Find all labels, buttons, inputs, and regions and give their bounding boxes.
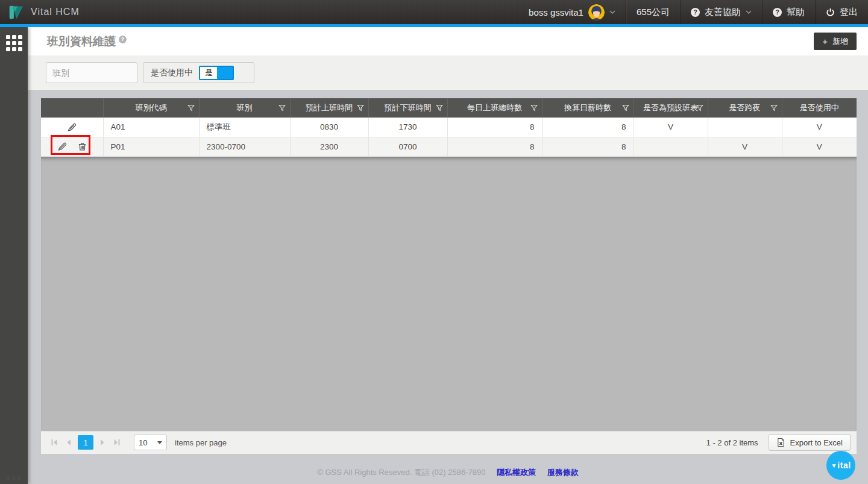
column-label: 班別代碼 [136,103,167,112]
column-label: 換算日薪時數 [564,103,611,112]
column-label: 班別 [237,103,253,112]
accent-bar [0,24,868,27]
cell-is-active: V [782,137,857,156]
filter-icon[interactable] [770,104,778,113]
toggle-handle [217,67,233,79]
edit-button[interactable] [66,122,77,133]
class-filter-input[interactable] [46,62,137,83]
vital-fab-text: ital [837,460,851,470]
cell-end-time: 1730 [368,118,447,137]
column-header-is-active[interactable]: 是否使用中 [782,98,857,118]
active-toggle[interactable]: 是 [199,66,234,80]
help-label: 幫助 [787,7,805,18]
cell-salary-hours: 8 [542,137,634,156]
column-label: 預計下班時間 [385,103,432,112]
company-label: 655公司 [637,7,670,18]
cell-end-time: 0700 [368,137,447,156]
column-header-salary-hours[interactable]: 換算日薪時數 [542,98,634,118]
user-name: boss gssvita1 [529,7,583,17]
cell-start-time: 2300 [290,137,368,156]
user-menu[interactable]: boss gssvita1 [518,0,626,24]
prev-page-button[interactable] [61,435,76,450]
filter-icon[interactable] [436,104,443,113]
logout-button[interactable]: 登出 [815,0,868,24]
grid-empty-area [41,157,857,431]
filter-icon[interactable] [622,104,629,113]
edit-button[interactable] [57,141,68,152]
cell-is-default: V [634,118,708,137]
logout-label: 登出 [840,7,858,18]
column-header-end-time[interactable]: 預計下班時間 [368,98,447,118]
pager: 1 10 items per page 1 - 2 of 2 items Exp… [41,431,857,454]
cell-daily-hours: 8 [447,118,542,137]
column-header-class-code[interactable]: 班別代碼 [103,98,199,118]
filter-icon[interactable] [357,104,364,113]
brand-text: Vital HCM [31,7,80,17]
filter-icon[interactable] [530,104,538,113]
add-button[interactable]: + 新增 [814,33,857,50]
chevron-down-icon [609,10,615,14]
column-label: 預計上班時間 [306,103,353,112]
question-icon: ? [691,8,700,17]
friendly-help-label: 友善協助 [705,7,741,18]
page-header: 班別資料維護? + 新增 [28,27,868,55]
cell-class-name: 2300-0700 [199,137,290,156]
active-filter-label: 是否使用中 [151,68,193,78]
toggle-state-label: 是 [200,67,218,79]
cell-class-code: P01 [103,137,199,156]
column-header-is-default[interactable]: 是否為預設班表 [634,98,708,118]
page-size-value: 10 [139,438,147,447]
column-header-class-name[interactable]: 班別 [199,98,290,118]
excel-file-icon [776,438,785,447]
privacy-policy-link[interactable]: 隱私權政策 [497,468,536,477]
cell-class-name: 標準班 [199,118,290,137]
topbar: Vital HCM boss gssvita1 655公司 ? 友善協 [0,0,868,24]
items-per-page-label: items per page [175,438,227,447]
brand-logo[interactable]: Vital HCM [0,0,80,24]
page-title-text: 班別資料維護 [47,35,116,48]
column-header-start-time[interactable]: 預計上班時間 [290,98,368,118]
export-excel-label: Export to Excel [790,438,843,447]
filter-icon[interactable] [187,104,195,113]
next-page-button[interactable] [95,435,110,450]
export-excel-button[interactable]: Export to Excel [769,434,851,451]
add-button-label: 新增 [832,36,848,47]
company-menu[interactable]: 655公司 [626,0,680,24]
row-actions-cell [41,137,103,156]
gss-logo: GSS [0,474,28,481]
page-footer: © GSS All Rights Reseved. 電話 (02) 2586-7… [28,467,868,478]
cell-daily-hours: 8 [447,137,542,156]
column-header-daily-hours[interactable]: 每日上班總時數 [447,98,542,118]
vital-chat-button[interactable]: ▼ital [826,451,855,480]
plus-icon: + [822,36,828,46]
pager-range-label: 1 - 2 of 2 items [706,438,758,447]
friendly-help-menu[interactable]: ? 友善協助 [680,0,762,24]
last-page-button[interactable] [110,435,124,450]
chevron-down-icon [746,10,752,14]
question-icon: ? [773,8,782,17]
cell-is-active: V [782,118,857,137]
row-actions-cell [41,118,103,137]
power-icon [826,8,835,17]
page-size-select[interactable]: 10 [134,435,167,450]
cell-overnight: V [708,137,782,156]
cell-start-time: 0830 [290,118,368,137]
column-label: 每日上班總時數 [467,103,522,112]
column-header-overnight[interactable]: 是否跨夜 [708,98,782,118]
delete-button[interactable] [77,142,87,152]
shift-grid: 班別代碼 班別 預計上班時間 預計下班時間 每日上班總時數 換算日薪時數 是否為… [41,98,857,454]
column-label: 是否跨夜 [729,103,761,112]
filter-icon[interactable] [278,104,286,113]
table-row: A01 標準班 0830 1730 8 8 V V [41,118,857,137]
page-help-icon[interactable]: ? [119,36,127,43]
terms-link[interactable]: 服務條款 [547,468,579,477]
table-row: P01 2300-0700 2300 0700 8 8 V V [41,137,857,156]
current-page[interactable]: 1 [78,435,93,450]
first-page-button[interactable] [47,435,61,450]
apps-menu-button[interactable] [6,35,22,51]
help-menu[interactable]: ? 幫助 [762,0,815,24]
column-label: 是否使用中 [800,103,839,112]
cell-salary-hours: 8 [542,118,634,137]
main-area: 班別資料維護? + 新增 是否使用中 是 班別代碼 [28,27,868,484]
filter-icon[interactable] [696,104,703,113]
